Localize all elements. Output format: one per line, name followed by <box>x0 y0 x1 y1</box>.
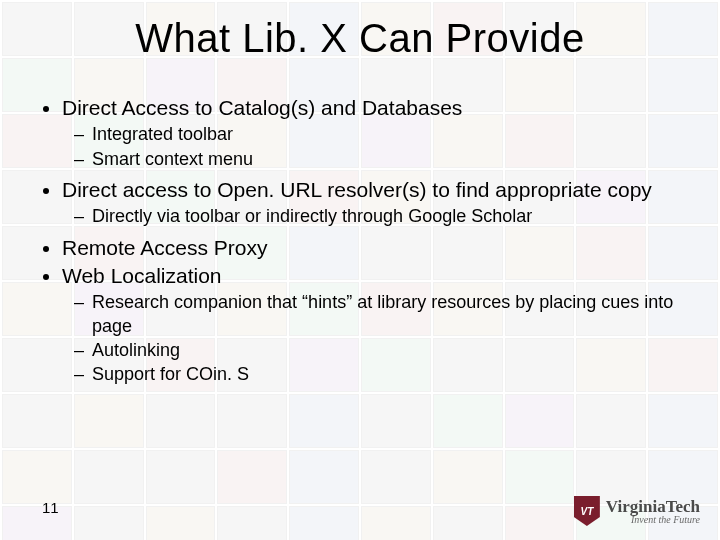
slide-content: What Lib. X Can Provide Direct Access to… <box>0 0 720 387</box>
sub-bullet-list: Research companion that “hints” at libra… <box>62 291 692 387</box>
bullet-item: Web Localization <box>62 263 692 289</box>
sub-bullet-item: Integrated toolbar <box>92 123 692 146</box>
bullet-list: Direct Access to Catalog(s) and Database… <box>28 95 692 387</box>
sub-bullet-list: Integrated toolbarSmart context menu <box>62 123 692 171</box>
vt-logo-text: VirginiaTech Invent the Future <box>606 498 700 525</box>
sub-bullet-list: Directly via toolbar or indirectly throu… <box>62 205 692 228</box>
sub-bullet-item: Directly via toolbar or indirectly throu… <box>92 205 692 228</box>
sub-bullet-item: Support for COin. S <box>92 363 692 386</box>
bullet-item: Remote Access Proxy <box>62 235 692 261</box>
bullet-item: Direct Access to Catalog(s) and Database… <box>62 95 692 121</box>
sub-bullet-item: Smart context menu <box>92 148 692 171</box>
vt-shield-icon <box>574 496 600 526</box>
page-number: 11 <box>42 499 59 516</box>
vt-name: VirginiaTech <box>606 498 700 515</box>
sub-bullet-item: Autolinking <box>92 339 692 362</box>
sub-bullet-item: Research companion that “hints” at libra… <box>92 291 692 338</box>
bullet-item: Direct access to Open. URL resolver(s) t… <box>62 177 692 203</box>
slide-title: What Lib. X Can Provide <box>28 16 692 61</box>
vt-tagline: Invent the Future <box>606 515 700 525</box>
virginia-tech-logo: VirginiaTech Invent the Future <box>574 496 700 526</box>
